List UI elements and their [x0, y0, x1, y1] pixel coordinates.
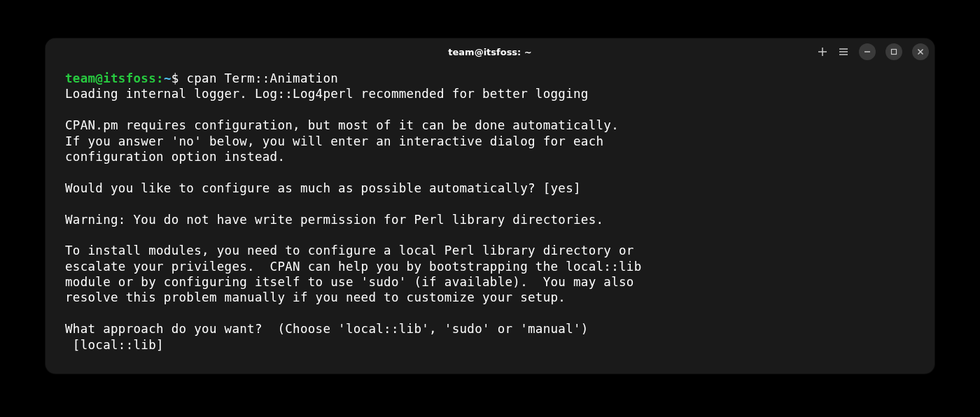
window-title: team@itsfoss: ~: [448, 47, 531, 57]
output-line: Loading internal logger. Log::Log4perl r…: [65, 87, 589, 101]
output-line: Warning: You do not have write permissio…: [65, 213, 603, 227]
svg-rect-6: [892, 50, 897, 55]
close-button[interactable]: [912, 43, 929, 60]
output-line: If you answer 'no' below, you will enter…: [65, 134, 603, 148]
terminal-window: team@itsfoss: ~: [46, 38, 934, 374]
prompt-path: ~: [164, 71, 172, 85]
prompt-user-host: team@itsfoss: [65, 71, 156, 85]
output-line: escalate your privileges. CPAN can help …: [65, 260, 642, 274]
menu-icon[interactable]: [838, 46, 849, 57]
output-line: Would you like to configure as much as p…: [65, 181, 581, 195]
maximize-button[interactable]: [886, 43, 902, 60]
output-line: module or by configuring itself to use '…: [65, 275, 634, 289]
output-line: What approach do you want? (Choose 'loca…: [65, 322, 589, 336]
titlebar: team@itsfoss: ~: [46, 38, 934, 65]
command-text: cpan Term::Animation: [186, 71, 338, 85]
terminal-body[interactable]: team@itsfoss:~$ cpan Term::Animation Loa…: [46, 65, 934, 374]
output-line: [local::lib]: [65, 338, 164, 352]
output-line: configuration option instead.: [65, 150, 285, 164]
new-tab-icon[interactable]: [817, 46, 828, 57]
minimize-button[interactable]: [859, 43, 876, 60]
output-line: CPAN.pm requires configuration, but most…: [65, 118, 619, 132]
prompt-separator: :: [156, 71, 164, 85]
prompt-symbol: $: [172, 71, 179, 85]
window-controls: [817, 43, 929, 60]
output-line: resolve this problem manually if you nee…: [65, 290, 566, 304]
output-line: To install modules, you need to configur…: [65, 243, 634, 257]
